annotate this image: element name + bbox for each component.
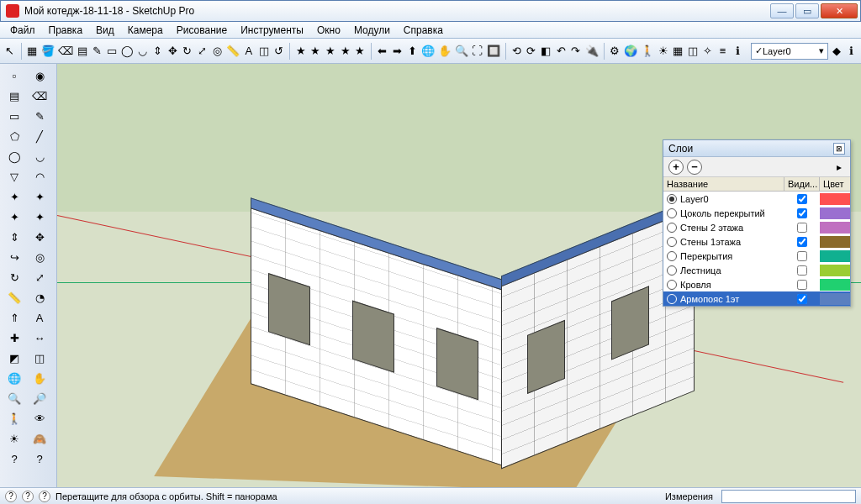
layer-button[interactable]: ≡ (716, 42, 730, 60)
refresh-button[interactable]: ↺ (272, 42, 285, 60)
star4-button[interactable]: ★ (339, 42, 352, 60)
menu-правка[interactable]: Правка (42, 23, 90, 38)
layer-selector[interactable]: ✓ Layer0▾ (751, 43, 828, 60)
layer-visible-checkbox[interactable] (784, 251, 820, 261)
tool-select[interactable]: ▫ (2, 66, 27, 86)
component-button[interactable]: ▦ (25, 42, 39, 60)
tool-eraser[interactable]: ⌫ (27, 86, 52, 106)
tool-line[interactable]: ╱ (27, 126, 52, 146)
tips-icon[interactable]: ? (22, 491, 34, 502)
star2-button[interactable]: ★ (309, 42, 322, 60)
tool-rect[interactable]: ▭ (2, 106, 27, 126)
tool-offset[interactable]: ◎ (27, 247, 52, 267)
tool-arc[interactable]: ◡ (27, 146, 52, 166)
iso-button[interactable]: ◧ (540, 42, 553, 60)
tool-pushpull[interactable]: ⇕ (2, 227, 27, 247)
layer-color-swatch[interactable] (820, 250, 850, 262)
light-button[interactable]: ☀ (657, 42, 670, 60)
tool-pan[interactable]: ✋ (27, 368, 52, 388)
layer-color-swatch[interactable] (820, 293, 850, 305)
panel-titlebar[interactable]: Слои ⊠ (663, 140, 850, 157)
tool-move[interactable]: ✥ (27, 227, 52, 247)
tool-rotate[interactable]: ↻ (2, 267, 27, 287)
plug2-button[interactable]: ⚙ (608, 42, 621, 60)
tool-q1[interactable]: ? (2, 449, 27, 469)
layer-visible-checkbox[interactable] (784, 194, 820, 204)
tool-extrude[interactable]: ⇑ (2, 307, 27, 328)
arrow-u-button[interactable]: ⬆ (405, 42, 419, 60)
tool-tape[interactable]: 📏 (2, 287, 27, 307)
menu-модули[interactable]: Модули (347, 23, 397, 38)
panel-close-button[interactable]: ⊠ (833, 143, 845, 155)
star1-button[interactable]: ★ (294, 42, 308, 60)
tool-pencil[interactable]: ✎ (27, 106, 52, 126)
redo-button[interactable]: ↷ (569, 42, 583, 60)
layer-color-swatch[interactable] (820, 265, 850, 276)
tool-followme[interactable]: ↪ (2, 247, 27, 267)
walk-button[interactable]: 🚶 (640, 42, 655, 60)
tool-text[interactable]: A (27, 307, 52, 328)
earth-button[interactable]: 🌍 (623, 42, 638, 60)
pushpull-button[interactable]: ⇕ (151, 42, 165, 60)
layer-info-button[interactable]: ◆ (830, 42, 843, 60)
menu-камера[interactable]: Камера (121, 23, 170, 38)
circle-button[interactable]: ◯ (120, 42, 135, 60)
layer-row[interactable]: Кровля (663, 277, 850, 291)
layer-visible-checkbox[interactable] (784, 294, 820, 304)
add-layer-button[interactable]: + (668, 160, 684, 175)
tool-brick[interactable]: ▤ (2, 86, 27, 106)
col-visible[interactable]: Види... (784, 177, 820, 191)
layer-row[interactable]: Стены 1этажа (663, 234, 850, 249)
info-button[interactable]: ℹ (731, 42, 744, 60)
tool-arc2[interactable]: ◠ (27, 166, 52, 186)
layer-active-radio[interactable] (667, 194, 677, 204)
tool-walk[interactable]: 🚶 (2, 408, 27, 428)
tool-poly[interactable]: ⬠ (2, 126, 27, 146)
tool-light[interactable]: ☀ (2, 428, 27, 449)
layer-row[interactable]: Перекрытия (663, 249, 850, 263)
layer-color-swatch[interactable] (820, 279, 850, 291)
tool-section[interactable]: ◩ (2, 348, 27, 368)
group-button[interactable]: ◫ (686, 42, 700, 60)
tool-lasso[interactable]: ◉ (27, 66, 52, 86)
tool-dim[interactable]: ↔ (27, 328, 52, 348)
layer-active-radio[interactable] (667, 251, 677, 261)
star3-button[interactable]: ★ (324, 42, 337, 60)
info-icon[interactable]: ? (39, 491, 50, 502)
tool-zoom-w[interactable]: 🔎 (27, 388, 52, 408)
menu-рисование[interactable]: Рисование (170, 23, 234, 38)
layer-visible-checkbox[interactable] (784, 280, 820, 290)
scale-button[interactable]: ⤢ (196, 42, 209, 60)
offset-button[interactable]: ◎ (210, 42, 224, 60)
layer-active-radio[interactable] (667, 294, 677, 304)
panel-menu-button[interactable]: ▸ (833, 161, 845, 173)
remove-layer-button[interactable]: − (687, 160, 702, 175)
layer-row[interactable]: Цоколь перекрытий (663, 206, 850, 220)
next-button[interactable]: ⟳ (525, 42, 538, 60)
viewport-3d[interactable]: Слои ⊠ + − ▸ Название Види... Цвет Layer… (57, 64, 861, 487)
help-icon[interactable]: ? (5, 491, 17, 502)
layer-row[interactable]: Лестница (663, 263, 850, 277)
layer-active-radio[interactable] (667, 208, 677, 218)
tool-zoom[interactable]: 🔍 (2, 388, 27, 408)
tool-scale[interactable]: ⤢ (27, 267, 52, 287)
layer-visible-checkbox[interactable] (784, 237, 820, 247)
tool-orbit[interactable]: 🌐 (2, 368, 27, 388)
layer-active-radio[interactable] (667, 280, 677, 290)
tool-plane[interactable]: ◫ (27, 348, 52, 368)
model-info-button[interactable]: ℹ (845, 42, 858, 60)
layer-visible-checkbox[interactable] (784, 223, 820, 233)
layer-color-swatch[interactable] (820, 236, 850, 248)
tool-star-b[interactable]: ✦ (27, 186, 52, 207)
arc-button[interactable]: ◡ (136, 42, 150, 60)
layer-active-radio[interactable] (667, 237, 677, 247)
orbit-button[interactable]: 🌐 (420, 42, 436, 60)
eraser-button[interactable]: ⌫ (57, 42, 74, 60)
tool-triangle[interactable]: ▽ (2, 166, 27, 186)
layer-visible-checkbox[interactable] (784, 208, 820, 218)
tool-hide[interactable]: 🙈 (27, 428, 52, 449)
arrow-r-button[interactable]: ➡ (391, 42, 404, 60)
tape-button[interactable]: 📏 (225, 42, 240, 60)
arrow-l-button[interactable]: ⬅ (376, 42, 389, 60)
layer-active-radio[interactable] (667, 265, 677, 276)
